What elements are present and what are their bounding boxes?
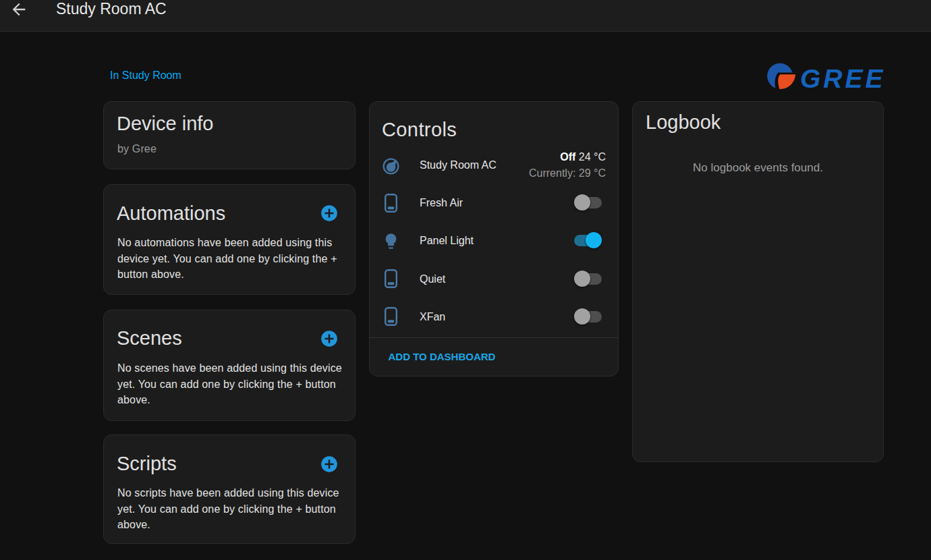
svg-text:GREE: GREE bbox=[800, 64, 886, 93]
